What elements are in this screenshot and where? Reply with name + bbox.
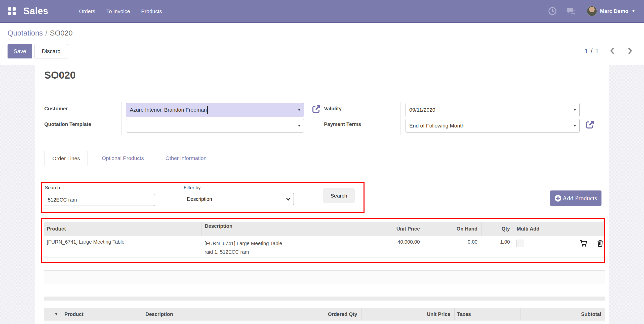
divider (400, 102, 401, 135)
table-row[interactable]: [FURN_6741] Large Meeting Table [FURN_67… (44, 236, 604, 257)
discard-button[interactable]: Discard (34, 44, 68, 58)
quotation-template-field[interactable]: ▾ (126, 119, 304, 133)
add-products-label: Add Products (562, 195, 597, 202)
annotation-box-results: Product Description Unit Price On Hand Q… (41, 218, 605, 263)
product-search-input[interactable] (45, 194, 155, 206)
user-menu-caret-icon: ▼ (631, 9, 635, 13)
validity-field[interactable]: 09/11/2020 ▾ (406, 103, 580, 117)
description-line-1: [FURN_6741] Large Meeting Table (205, 239, 360, 248)
order-lines-first-row[interactable] (44, 320, 605, 324)
nav-item-products[interactable]: Products (136, 0, 168, 23)
text-cursor (207, 106, 208, 114)
sort-caret-icon[interactable]: ▼ (44, 308, 62, 320)
payment-terms-field[interactable]: End of Following Month ▾ (406, 119, 580, 133)
dropdown-caret-icon[interactable]: ▾ (298, 123, 300, 128)
control-panel-buttons: Save Discard (8, 44, 68, 58)
col-header-ordered-qty[interactable]: Ordered Qty (250, 308, 361, 320)
customer-field-value: Azure Interior, Brandon Freeman (130, 107, 207, 113)
breadcrumb: Quotations/SO020 (8, 29, 73, 37)
validity-value: 09/11/2020 (409, 107, 435, 113)
plus-circle-icon (554, 195, 561, 202)
cell-actions (578, 236, 604, 257)
control-panel: Quotations/SO020 Save Discard 1 / 1 (0, 23, 644, 65)
filter-by-select[interactable]: Description (184, 193, 294, 205)
pager-next-icon[interactable] (626, 47, 633, 55)
payment-terms-label: Payment Terms (324, 121, 361, 127)
nav-item-orders[interactable]: Orders (73, 0, 101, 23)
col-header-taxes[interactable]: Taxes (454, 308, 520, 320)
col-header-description[interactable]: Description (142, 308, 250, 320)
customer-label: Customer (44, 106, 68, 112)
cell-on-hand: 0.00 (424, 236, 481, 257)
payment-terms-value: End of Following Month (409, 123, 464, 129)
notebook-tabs: Order Lines Optional Products Other Info… (45, 151, 605, 166)
description-line-2: raid 1, 512ECC ram (205, 248, 360, 256)
validity-label: Validity (324, 106, 342, 112)
col-header-unit-price[interactable]: Unit Price (361, 308, 454, 320)
dropdown-caret-icon[interactable]: ▾ (574, 108, 576, 112)
apps-menu-icon[interactable] (8, 7, 16, 15)
add-products-button[interactable]: Add Products (550, 190, 601, 206)
pager: 1 / 1 (584, 47, 633, 55)
user-avatar[interactable] (587, 6, 597, 16)
cell-description: [FURN_6741] Large Meeting Table raid 1, … (202, 236, 360, 257)
tab-other-information[interactable]: Other Information (158, 151, 214, 166)
app-brand[interactable]: Sales (23, 6, 48, 16)
tab-optional-products[interactable]: Optional Products (94, 151, 151, 166)
cell-product: [FURN_6741] Large Meeting Table (44, 236, 202, 257)
nav-menu: Orders To Invoice Products (73, 0, 168, 23)
nav-right-tools: Marc Demo ▼ (548, 6, 635, 16)
cell-unit-price: 40,000.00 (360, 236, 424, 257)
filter-by-label: Filter by: (184, 185, 202, 190)
results-header-row: Product Description Unit Price On Hand Q… (44, 222, 604, 236)
quotation-title: SO020 (44, 70, 76, 81)
page-background: SO020 Customer Azure Interior, Brandon F… (0, 65, 644, 324)
delete-trash-icon[interactable] (596, 240, 604, 247)
col-header-product[interactable]: Product (44, 222, 202, 236)
section-divider-band (44, 297, 605, 301)
top-navbar: Sales Orders To Invoice Products Marc De… (0, 0, 644, 23)
breadcrumb-current: SO020 (50, 29, 72, 37)
pager-previous-icon[interactable] (609, 47, 616, 55)
search-button[interactable]: Search (323, 188, 355, 203)
multi-add-checkbox[interactable] (516, 240, 524, 247)
select-chevron-icon (286, 197, 291, 201)
search-results-table: Product Description Unit Price On Hand Q… (44, 222, 604, 257)
col-header-multi-add[interactable]: Multi Add (514, 222, 578, 236)
col-header-description[interactable]: Description (202, 222, 360, 236)
messages-icon[interactable] (567, 7, 575, 15)
quotation-template-label: Quotation Template (44, 121, 91, 127)
breadcrumb-quotations-link[interactable]: Quotations (8, 29, 43, 37)
col-header-qty[interactable]: Qty (481, 222, 514, 236)
dropdown-caret-icon[interactable]: ▾ (574, 123, 576, 128)
divider (121, 102, 122, 135)
cell-qty: 1.00 (481, 236, 514, 257)
order-lines-header-row: ▼ Product Description Ordered Qty Unit P… (44, 308, 605, 320)
customer-external-link-icon[interactable] (311, 104, 321, 114)
annotation-box-search: Search: Filter by: Description Search (41, 182, 365, 213)
add-to-cart-icon[interactable] (580, 240, 587, 247)
col-header-product[interactable]: Product (62, 308, 142, 320)
col-header-subtotal[interactable]: Subtotal (520, 308, 605, 320)
empty-section-band (44, 270, 605, 284)
order-lines-table: ▼ Product Description Ordered Qty Unit P… (44, 308, 605, 324)
breadcrumb-separator: / (43, 29, 50, 37)
customer-field[interactable]: Azure Interior, Brandon Freeman ▾ (126, 103, 304, 117)
col-header-on-hand[interactable]: On Hand (424, 222, 481, 236)
pager-counter: 1 / 1 (584, 47, 599, 55)
activities-clock-icon[interactable] (548, 7, 557, 15)
filter-by-value: Description (187, 196, 212, 202)
col-header-unit-price[interactable]: Unit Price (360, 222, 424, 236)
col-header-actions (578, 222, 604, 236)
search-label: Search: (45, 185, 61, 190)
tab-order-lines[interactable]: Order Lines (45, 151, 88, 166)
save-button[interactable]: Save (8, 44, 32, 58)
user-menu[interactable]: Marc Demo (600, 8, 628, 14)
nav-item-to-invoice[interactable]: To Invoice (101, 0, 136, 23)
cell-multi-add (514, 236, 578, 257)
dropdown-caret-icon[interactable]: ▾ (298, 108, 300, 112)
payment-terms-external-link-icon[interactable] (585, 120, 595, 129)
form-sheet: SO020 Customer Azure Interior, Brandon F… (35, 65, 609, 324)
